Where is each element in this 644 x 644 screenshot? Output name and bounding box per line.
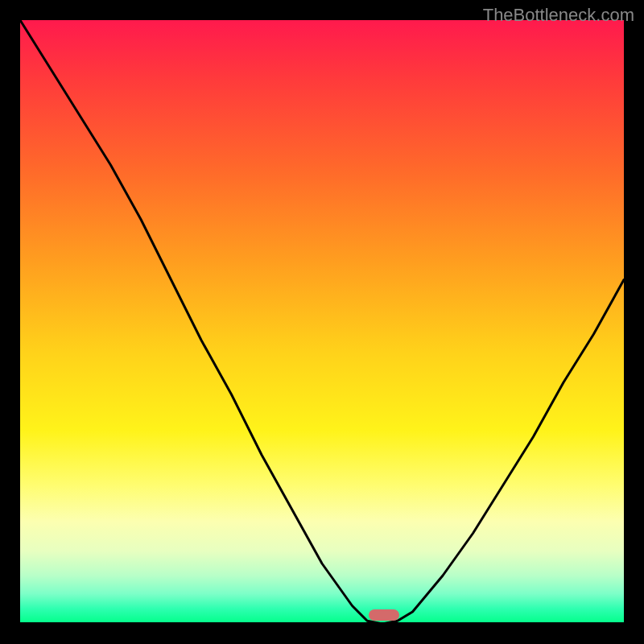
bottleneck-curve [20,20,624,624]
plot-area [20,20,624,624]
watermark-text: TheBottleneck.com [483,5,634,26]
optimal-marker [369,609,399,621]
